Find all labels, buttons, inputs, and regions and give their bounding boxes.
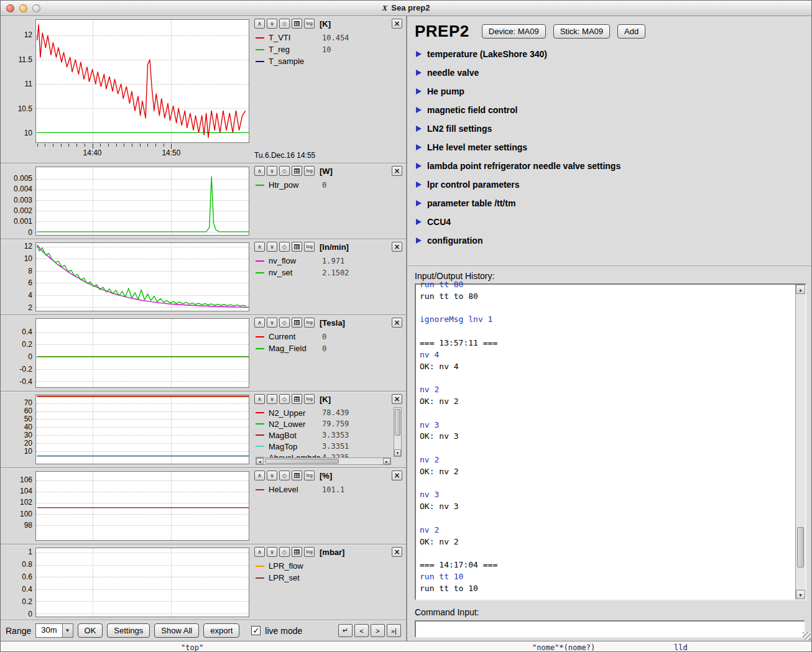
scroll-right-arrow[interactable]: ► <box>383 458 390 464</box>
chart-auto-scale-button[interactable]: ◇ <box>279 166 290 176</box>
chart-grid-button[interactable] <box>292 547 302 557</box>
plot-area-heater-power[interactable] <box>35 167 249 236</box>
tree-item-magnetic-field-control[interactable]: magnetic field control <box>407 101 811 119</box>
chart-close-button[interactable]: × <box>392 166 402 176</box>
tree-item-needle-valve[interactable]: needle valve <box>407 63 811 82</box>
scrollbar-thumb[interactable] <box>395 409 400 436</box>
scroll-down-arrow[interactable]: ▼ <box>394 449 401 456</box>
io-history-scrollbar[interactable]: ▲ ▼ <box>795 285 805 599</box>
chart-pan-down-button[interactable]: ∨ <box>267 166 277 176</box>
nav-prev-button[interactable]: < <box>354 624 369 637</box>
device-button[interactable]: Device: MA09 <box>482 24 546 39</box>
chart-log-scale-button[interactable]: log <box>304 19 315 29</box>
chart-grid-button[interactable] <box>292 242 302 252</box>
chart-pan-up-button[interactable]: ∧ <box>254 471 265 480</box>
chart-pan-down-button[interactable]: ∨ <box>267 471 277 480</box>
chart-auto-scale-button[interactable]: ◇ <box>279 318 290 328</box>
live-mode-checkbox[interactable]: ✓ <box>251 626 261 635</box>
expand-arrow-icon[interactable] <box>416 126 422 132</box>
chart-auto-scale-button[interactable]: ◇ <box>279 394 290 404</box>
minimize-window-button[interactable] <box>19 4 27 12</box>
resize-grip[interactable] <box>803 632 811 640</box>
add-button[interactable]: Add <box>617 24 645 39</box>
close-window-button[interactable] <box>6 4 14 12</box>
chart-auto-scale-button[interactable]: ◇ <box>279 242 290 252</box>
tree-item-parameter-table-tt-tm[interactable]: parameter table /tt/tm <box>407 194 811 213</box>
chart-log-scale-button[interactable]: log <box>304 471 315 480</box>
plot-area-needle-valve[interactable] <box>35 242 249 311</box>
ok-button[interactable]: OK <box>78 623 103 638</box>
zoom-window-button[interactable] <box>32 4 40 12</box>
chart-grid-button[interactable] <box>292 471 302 480</box>
settings-button[interactable]: Settings <box>107 623 150 638</box>
chart-log-scale-button[interactable]: log <box>304 166 315 176</box>
chart-pan-down-button[interactable]: ∨ <box>267 19 277 29</box>
expand-arrow-icon[interactable] <box>416 200 422 206</box>
window-titlebar[interactable]: XSea prep2 <box>1 1 811 16</box>
command-input[interactable] <box>415 620 805 638</box>
scroll-left-arrow[interactable]: ◄ <box>256 458 264 464</box>
chart-log-scale-button[interactable]: log <box>304 242 315 252</box>
chart-close-button[interactable]: × <box>392 394 402 404</box>
chart-auto-scale-button[interactable]: ◇ <box>279 547 290 557</box>
chart-pan-down-button[interactable]: ∨ <box>267 242 277 252</box>
redraw-button[interactable]: ↵ <box>338 624 353 637</box>
expand-arrow-icon[interactable] <box>416 70 422 76</box>
tree-item-ln2-fill-settings[interactable]: LN2 fill settings <box>407 119 811 138</box>
plot-area-lpr[interactable] <box>35 548 249 617</box>
expand-arrow-icon[interactable] <box>416 219 422 225</box>
chart-pan-down-button[interactable]: ∨ <box>267 547 277 557</box>
chart-grid-button[interactable] <box>292 166 302 176</box>
chart-close-button[interactable]: × <box>392 547 402 557</box>
chart-pan-up-button[interactable]: ∧ <box>254 318 265 328</box>
expand-arrow-icon[interactable] <box>416 237 422 244</box>
chart-grid-button[interactable] <box>292 394 302 404</box>
chart-log-scale-button[interactable]: log <box>304 547 315 557</box>
expand-arrow-icon[interactable] <box>416 51 422 57</box>
scroll-up-arrow[interactable]: ▲ <box>796 285 805 294</box>
tree-item-configuration[interactable]: configuration <box>407 231 811 250</box>
stick-button[interactable]: Stick: MA09 <box>553 24 610 39</box>
chart-pan-up-button[interactable]: ∧ <box>254 242 265 252</box>
chart-close-button[interactable]: × <box>392 19 402 29</box>
chart-close-button[interactable]: × <box>392 471 402 480</box>
legend-vertical-scrollbar[interactable]: ▼ <box>394 407 402 457</box>
legend-horizontal-scrollbar[interactable]: ◄► <box>256 457 391 465</box>
chart-pan-up-button[interactable]: ∧ <box>254 547 265 557</box>
chart-pan-up-button[interactable]: ∧ <box>254 19 265 29</box>
chart-grid-button[interactable] <box>292 19 302 29</box>
chart-grid-button[interactable] <box>292 318 302 328</box>
scrollbar-thumb[interactable] <box>797 527 804 568</box>
io-history-box[interactable]: run tt 80run tt to 80 ignoreMsg lnv 1 ==… <box>415 283 806 600</box>
nav-latest-button[interactable]: »| <box>387 624 401 637</box>
plot-area-temperature[interactable] <box>35 19 249 143</box>
plot-area-magnet[interactable] <box>35 318 249 388</box>
expand-arrow-icon[interactable] <box>416 107 422 113</box>
tree-item-lambda-point-refrigerator-needle-valve-settings[interactable]: lambda point refrigerator needle valve s… <box>407 157 811 175</box>
tree-item-lpr-control-parameters[interactable]: lpr control parameters <box>407 175 811 194</box>
plot-area-cryo-temperatures[interactable] <box>35 395 249 464</box>
chart-pan-down-button[interactable]: ∨ <box>267 394 277 404</box>
chart-close-button[interactable]: × <box>392 242 402 252</box>
nav-next-button[interactable]: > <box>371 624 385 637</box>
expand-arrow-icon[interactable] <box>416 88 422 94</box>
scroll-down-arrow[interactable]: ▼ <box>796 590 805 599</box>
plot-area-helium-level[interactable] <box>35 471 249 541</box>
scrollbar-thumb[interactable] <box>265 459 339 464</box>
chart-close-button[interactable]: × <box>392 318 402 328</box>
tree-item-temperature-lakeshore-340[interactable]: temperature (LakeShore 340) <box>407 45 811 63</box>
expand-arrow-icon[interactable] <box>416 144 422 150</box>
range-select[interactable]: 30m ▼ <box>35 623 73 638</box>
tree-item-lhe-level-meter-settings[interactable]: LHe level meter settings <box>407 138 811 157</box>
expand-arrow-icon[interactable] <box>416 163 422 169</box>
chart-auto-scale-button[interactable]: ◇ <box>279 19 290 29</box>
chart-log-scale-button[interactable]: log <box>304 318 315 328</box>
tree-item-he-pump[interactable]: He pump <box>407 82 811 101</box>
chart-pan-up-button[interactable]: ∧ <box>254 166 265 176</box>
show-all-button[interactable]: Show All <box>154 623 199 638</box>
export-button[interactable]: export <box>203 623 239 638</box>
expand-arrow-icon[interactable] <box>416 181 422 188</box>
chart-pan-up-button[interactable]: ∧ <box>254 394 265 404</box>
chart-log-scale-button[interactable]: log <box>304 394 315 404</box>
chart-pan-down-button[interactable]: ∨ <box>267 318 277 328</box>
